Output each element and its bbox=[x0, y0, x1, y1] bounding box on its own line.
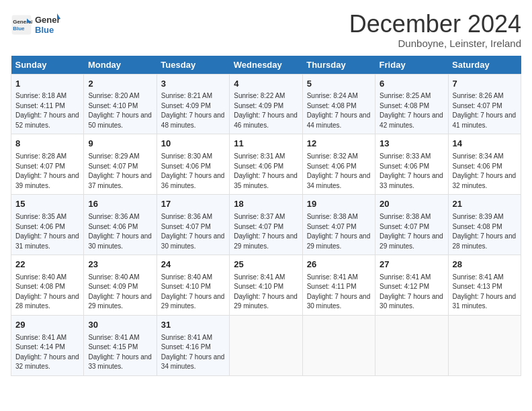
day-number: 16 bbox=[88, 198, 152, 211]
calendar-cell: 10Sunrise: 8:30 AMSunset: 4:06 PMDayligh… bbox=[157, 134, 229, 195]
calendar-cell: 24Sunrise: 8:40 AMSunset: 4:10 PMDayligh… bbox=[157, 255, 229, 316]
day-number: 28 bbox=[453, 259, 517, 271]
daylight-label: Daylight: 7 hours and 30 minutes. bbox=[380, 293, 443, 310]
daylight-label: Daylight: 7 hours and 34 minutes. bbox=[307, 172, 371, 189]
general-blue-logo-svg: General Blue bbox=[35, 11, 60, 39]
sunrise: Sunrise: 8:41 AM bbox=[453, 273, 504, 281]
week-row-1: 1Sunrise: 8:18 AMSunset: 4:11 PMDaylight… bbox=[11, 74, 521, 134]
sunset: Sunset: 4:11 PM bbox=[307, 283, 357, 290]
calendar-cell: 2Sunrise: 8:20 AMSunset: 4:10 PMDaylight… bbox=[84, 74, 157, 134]
sunset: Sunset: 4:11 PM bbox=[15, 102, 65, 109]
day-number: 15 bbox=[15, 198, 79, 211]
sunrise: Sunrise: 8:40 AM bbox=[15, 273, 66, 281]
sunset: Sunset: 4:06 PM bbox=[234, 163, 283, 170]
day-number: 22 bbox=[15, 259, 79, 271]
calendar-cell: 7Sunrise: 8:26 AMSunset: 4:07 PMDaylight… bbox=[448, 74, 521, 134]
daylight-label: Daylight: 7 hours and 33 minutes. bbox=[380, 172, 443, 189]
daylight-label: Daylight: 7 hours and 31 minutes. bbox=[15, 232, 79, 250]
sunset: Sunset: 4:09 PM bbox=[88, 283, 138, 290]
daylight-label: Daylight: 7 hours and 29 minutes. bbox=[380, 232, 443, 250]
calendar-cell: 17Sunrise: 8:36 AMSunset: 4:07 PMDayligh… bbox=[157, 195, 229, 255]
day-number: 9 bbox=[88, 138, 152, 150]
sunrise: Sunrise: 8:21 AM bbox=[161, 92, 212, 99]
daylight-label: Daylight: 7 hours and 52 minutes. bbox=[15, 111, 79, 129]
calendar-cell: 25Sunrise: 8:41 AMSunset: 4:10 PMDayligh… bbox=[230, 255, 302, 316]
sunset: Sunset: 4:07 PM bbox=[234, 223, 283, 230]
sunset: Sunset: 4:06 PM bbox=[161, 163, 211, 170]
sunrise: Sunrise: 8:35 AM bbox=[15, 213, 66, 220]
calendar-cell: 8Sunrise: 8:28 AMSunset: 4:07 PMDaylight… bbox=[11, 134, 84, 195]
day-number: 23 bbox=[88, 259, 152, 271]
sunset: Sunset: 4:08 PM bbox=[15, 283, 65, 290]
week-row-2: 8Sunrise: 8:28 AMSunset: 4:07 PMDaylight… bbox=[11, 134, 521, 195]
sunrise: Sunrise: 8:25 AM bbox=[380, 92, 431, 99]
sunrise: Sunrise: 8:40 AM bbox=[161, 273, 212, 281]
sunrise: Sunrise: 8:33 AM bbox=[380, 152, 431, 160]
sunrise: Sunrise: 8:41 AM bbox=[161, 334, 212, 341]
sunrise: Sunrise: 8:36 AM bbox=[88, 213, 139, 220]
sunrise: Sunrise: 8:41 AM bbox=[15, 334, 66, 341]
day-number: 8 bbox=[15, 138, 79, 150]
daylight-label: Daylight: 7 hours and 29 minutes. bbox=[307, 232, 371, 250]
daylight-label: Daylight: 7 hours and 41 minutes. bbox=[453, 111, 517, 129]
daylight-label: Daylight: 7 hours and 32 minutes. bbox=[15, 353, 79, 371]
calendar-cell: 13Sunrise: 8:33 AMSunset: 4:06 PMDayligh… bbox=[375, 134, 448, 195]
day-number: 30 bbox=[88, 319, 152, 332]
header-cell-sunday: Sunday bbox=[11, 56, 84, 75]
calendar-cell bbox=[448, 315, 521, 375]
day-number: 2 bbox=[88, 78, 152, 91]
daylight-label: Daylight: 7 hours and 39 minutes. bbox=[15, 172, 79, 189]
calendar-cell: 29Sunrise: 8:41 AMSunset: 4:14 PMDayligh… bbox=[11, 315, 84, 375]
calendar-cell: 27Sunrise: 8:41 AMSunset: 4:12 PMDayligh… bbox=[375, 255, 448, 316]
day-number: 3 bbox=[161, 78, 225, 91]
sunrise: Sunrise: 8:39 AM bbox=[453, 213, 504, 220]
header-cell-monday: Monday bbox=[84, 56, 157, 75]
svg-text:General: General bbox=[35, 15, 60, 25]
calendar-table: SundayMondayTuesdayWednesdayThursdayFrid… bbox=[11, 56, 521, 376]
week-row-4: 22Sunrise: 8:40 AMSunset: 4:08 PMDayligh… bbox=[11, 255, 521, 316]
sunrise: Sunrise: 8:18 AM bbox=[15, 92, 66, 99]
sunset: Sunset: 4:06 PM bbox=[453, 163, 502, 170]
sunset: Sunset: 4:07 PM bbox=[161, 223, 211, 230]
sunrise: Sunrise: 8:26 AM bbox=[453, 92, 504, 99]
svg-text:Blue: Blue bbox=[35, 25, 54, 35]
calendar-cell: 18Sunrise: 8:37 AMSunset: 4:07 PMDayligh… bbox=[230, 195, 302, 255]
sunset: Sunset: 4:09 PM bbox=[234, 102, 283, 109]
sunset: Sunset: 4:08 PM bbox=[453, 223, 502, 230]
sunrise: Sunrise: 8:34 AM bbox=[453, 152, 504, 160]
calendar-cell: 1Sunrise: 8:18 AMSunset: 4:11 PMDaylight… bbox=[11, 74, 84, 134]
sunset: Sunset: 4:15 PM bbox=[88, 343, 138, 351]
header-cell-wednesday: Wednesday bbox=[230, 56, 302, 75]
day-number: 31 bbox=[161, 319, 225, 332]
daylight-label: Daylight: 7 hours and 42 minutes. bbox=[380, 111, 443, 129]
sunrise: Sunrise: 8:28 AM bbox=[15, 152, 66, 160]
sunset: Sunset: 4:07 PM bbox=[307, 223, 357, 230]
calendar-cell: 11Sunrise: 8:31 AMSunset: 4:06 PMDayligh… bbox=[230, 134, 302, 195]
calendar-cell: 21Sunrise: 8:39 AMSunset: 4:08 PMDayligh… bbox=[448, 195, 521, 255]
calendar-cell: 28Sunrise: 8:41 AMSunset: 4:13 PMDayligh… bbox=[448, 255, 521, 316]
day-number: 25 bbox=[234, 259, 298, 271]
day-number: 27 bbox=[380, 259, 443, 271]
sunset: Sunset: 4:06 PM bbox=[307, 163, 357, 170]
sunset: Sunset: 4:06 PM bbox=[88, 223, 138, 230]
calendar-cell: 16Sunrise: 8:36 AMSunset: 4:06 PMDayligh… bbox=[84, 195, 157, 255]
daylight-label: Daylight: 7 hours and 48 minutes. bbox=[161, 111, 225, 129]
day-number: 7 bbox=[453, 78, 517, 91]
logo-icon: General Blue bbox=[11, 14, 32, 36]
calendar-cell: 20Sunrise: 8:38 AMSunset: 4:07 PMDayligh… bbox=[375, 195, 448, 255]
day-number: 26 bbox=[307, 259, 371, 271]
sunset: Sunset: 4:06 PM bbox=[380, 163, 429, 170]
sunset: Sunset: 4:06 PM bbox=[15, 223, 65, 230]
sunset: Sunset: 4:08 PM bbox=[380, 102, 429, 109]
header-row: SundayMondayTuesdayWednesdayThursdayFrid… bbox=[11, 56, 521, 75]
sunrise: Sunrise: 8:38 AM bbox=[307, 213, 358, 220]
daylight-label: Daylight: 7 hours and 30 minutes. bbox=[88, 232, 152, 250]
day-number: 1 bbox=[15, 78, 79, 91]
calendar-cell: 5Sunrise: 8:24 AMSunset: 4:08 PMDaylight… bbox=[302, 74, 375, 134]
calendar-cell: 23Sunrise: 8:40 AMSunset: 4:09 PMDayligh… bbox=[84, 255, 157, 316]
sunset: Sunset: 4:16 PM bbox=[161, 343, 211, 351]
month-title: December 2024 bbox=[349, 11, 521, 38]
daylight-label: Daylight: 7 hours and 35 minutes. bbox=[234, 172, 298, 189]
daylight-label: Daylight: 7 hours and 50 minutes. bbox=[88, 111, 152, 129]
header-cell-tuesday: Tuesday bbox=[157, 56, 229, 75]
